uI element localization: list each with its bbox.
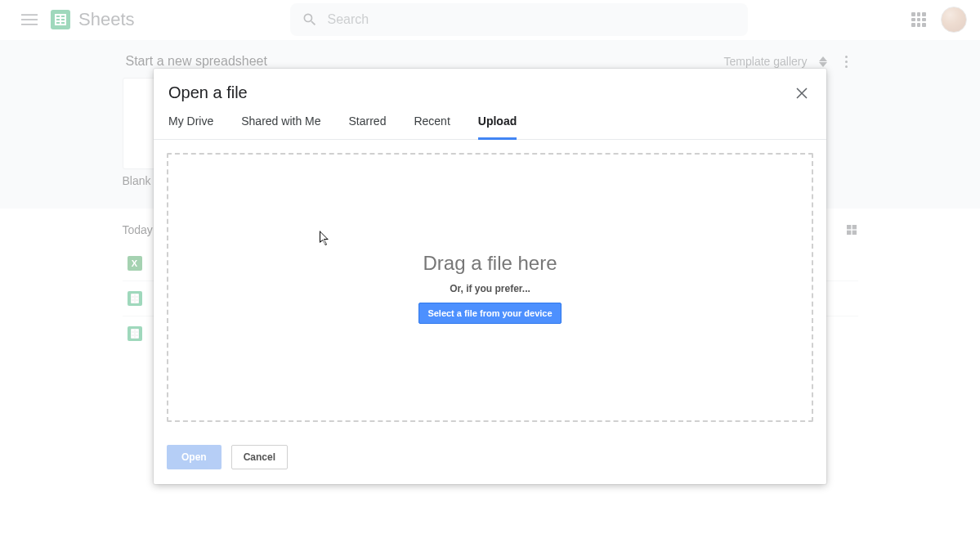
dialog-tabs: My Drive Shared with Me Starred Recent U… — [154, 103, 826, 140]
close-icon — [796, 88, 808, 99]
select-file-button[interactable]: Select a file from your device — [418, 303, 561, 324]
upload-dropzone[interactable]: Drag a file here Or, if you prefer... Se… — [167, 153, 813, 422]
tab-starred[interactable]: Starred — [349, 114, 387, 139]
tab-my-drive[interactable]: My Drive — [168, 114, 213, 139]
open-button[interactable]: Open — [167, 445, 222, 469]
tab-recent[interactable]: Recent — [414, 114, 450, 139]
dropzone-subtitle: Or, if you prefer... — [450, 283, 530, 294]
cancel-button[interactable]: Cancel — [231, 445, 288, 469]
dialog-title: Open a file — [168, 83, 248, 102]
tab-upload[interactable]: Upload — [478, 114, 517, 140]
dropzone-title: Drag a file here — [423, 252, 557, 275]
tab-shared-with-me[interactable]: Shared with Me — [241, 114, 320, 139]
open-file-dialog: Open a file My Drive Shared with Me Star… — [154, 69, 826, 484]
close-button[interactable] — [792, 83, 812, 103]
